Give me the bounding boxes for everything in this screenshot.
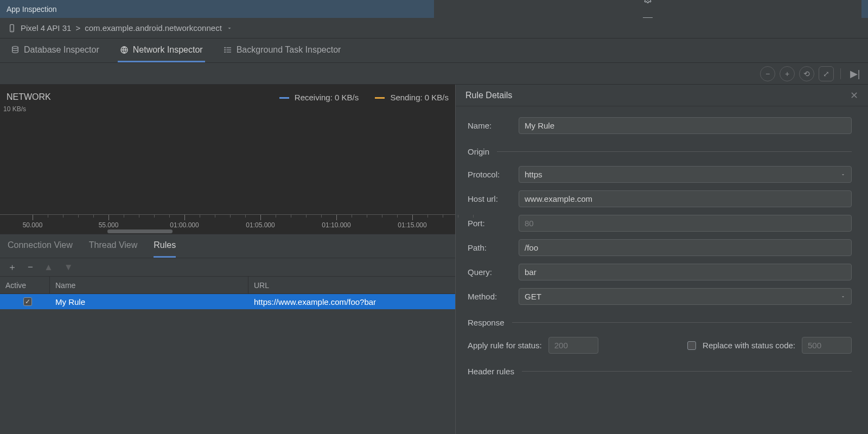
query-label: Query: (468, 267, 513, 277)
tab-network-label: Network Inspector (133, 45, 203, 55)
sending-swatch (375, 97, 385, 99)
panel-title: App Inspection (7, 5, 434, 14)
origin-section: Origin (468, 147, 852, 156)
subtab-connection-view[interactable]: Connection View (8, 234, 73, 258)
timeline-tick-label: 01:00.000 (170, 221, 199, 229)
move-down-button: ▼ (64, 262, 73, 273)
breadcrumb-separator: > (75, 23, 80, 33)
main-split: NETWORK Receiving: 0 KB/s Sending: 0 KB/… (0, 85, 868, 434)
host-label: Host url: (468, 194, 513, 203)
remove-rule-button[interactable]: − (28, 262, 33, 273)
live-jump-button[interactable]: ▶| (847, 66, 863, 81)
host-field[interactable]: www.example.com (519, 190, 852, 207)
legend-sending: Sending: 0 KB/s (375, 93, 449, 102)
name-label: Name: (468, 121, 513, 130)
breadcrumb-device: Pixel 4 API 31 (21, 23, 71, 33)
rules-table-header: Active Name URL (0, 277, 455, 294)
add-rule-button[interactable]: ＋ (8, 261, 17, 273)
port-field[interactable]: 80 (519, 215, 852, 232)
tab-network-inspector[interactable]: Network Inspector (118, 39, 205, 62)
toolbar-divider (840, 68, 841, 79)
svg-point-9 (225, 49, 225, 50)
path-label: Path: (468, 243, 513, 252)
panel-titlebar: App Inspection — (0, 0, 868, 18)
list-icon (224, 46, 232, 54)
apply-status-field[interactable]: 200 (548, 337, 598, 354)
timeline-tick-label: 55.000 (99, 221, 119, 229)
network-toolbar: − + ⟲ ⤢ ▶| (0, 63, 868, 85)
active-checkbox[interactable] (23, 297, 32, 306)
close-icon[interactable]: ✕ (850, 90, 858, 101)
timeline-tick-label: 50.000 (23, 221, 43, 229)
chevron-down-icon[interactable] (226, 25, 233, 31)
protocol-select[interactable]: https (519, 166, 852, 183)
query-field[interactable]: bar (519, 264, 852, 280)
header-active[interactable]: Active (0, 277, 50, 293)
network-chart-panel: NETWORK Receiving: 0 KB/s Sending: 0 KB/… (0, 85, 455, 234)
path-field[interactable]: /foo (519, 239, 852, 256)
tab-background-label: Background Task Inspector (237, 45, 341, 55)
apply-status-label: Apply rule for status: (468, 341, 542, 350)
replace-status-label: Replace with status code: (703, 341, 795, 350)
chevron-down-icon (840, 292, 846, 301)
timeline-tick-label: 01:05.000 (246, 221, 275, 229)
rules-table-body: My Rulehttps://www.example.com/foo?bar (0, 294, 455, 434)
device-icon (8, 24, 16, 33)
legend-sending-value: 0 KB/s (425, 93, 449, 102)
subtab-thread-view[interactable]: Thread View (89, 234, 138, 258)
database-icon (11, 46, 20, 54)
method-select[interactable]: GET (519, 288, 852, 305)
network-chart-title: NETWORK (7, 92, 279, 102)
rule-name-cell: My Rule (50, 297, 248, 307)
globe-icon (120, 46, 129, 54)
gear-icon[interactable] (643, 0, 652, 3)
port-label: Port: (468, 219, 513, 228)
tab-database-label: Database Inspector (24, 45, 99, 55)
rule-url-cell: https://www.example.com/foo?bar (248, 297, 455, 307)
protocol-label: Protocol: (468, 170, 513, 179)
legend-receiving-value: 0 KB/s (335, 93, 359, 102)
move-up-button: ▲ (44, 262, 53, 273)
tab-database-inspector[interactable]: Database Inspector (9, 39, 101, 62)
receiving-swatch (279, 97, 289, 99)
timeline-tick-label: 01:15.000 (398, 221, 426, 229)
rule-details-header: Rule Details ✕ (456, 85, 868, 106)
zoom-in-button[interactable]: + (780, 66, 795, 81)
table-row[interactable]: My Rulehttps://www.example.com/foo?bar (0, 294, 455, 309)
network-legend: Receiving: 0 KB/s Sending: 0 KB/s (279, 93, 449, 102)
inspector-tab-bar: Database Inspector Network Inspector Bac… (0, 39, 868, 63)
left-pane: NETWORK Receiving: 0 KB/s Sending: 0 KB/… (0, 85, 456, 434)
replace-checkbox[interactable] (687, 341, 696, 350)
response-section: Response (468, 318, 852, 327)
breadcrumb-app: com.example.android.networkconnect (85, 23, 222, 33)
tab-background-task-inspector[interactable]: Background Task Inspector (221, 39, 343, 62)
header-name[interactable]: Name (50, 277, 248, 293)
svg-point-8 (225, 47, 225, 48)
zoom-out-button[interactable]: − (760, 66, 775, 81)
reset-zoom-button[interactable]: ⟲ (799, 66, 814, 81)
network-chart-body[interactable] (0, 113, 455, 214)
rules-toolbar: ＋ − ▲ ▼ (0, 258, 455, 277)
svg-point-10 (225, 52, 225, 52)
zoom-selection-button[interactable]: ⤢ (819, 66, 834, 81)
replace-status-field[interactable]: 500 (802, 337, 852, 354)
header-rules-section: Header rules (468, 367, 852, 376)
chevron-down-icon (840, 170, 846, 179)
timeline-tick-label: 01:10.000 (322, 221, 350, 229)
rule-details-title: Rule Details (465, 91, 512, 100)
legend-receiving: Receiving: 0 KB/s (279, 93, 359, 102)
name-field[interactable]: My Rule (519, 117, 852, 134)
device-breadcrumb[interactable]: Pixel 4 API 31 > com.example.android.net… (0, 18, 868, 39)
network-timeline[interactable]: 50.00055.00001:00.00001:05.00001:10.0000… (0, 214, 455, 234)
legend-sending-label: Sending: (390, 93, 422, 102)
method-label: Method: (468, 292, 513, 301)
timeline-scroll-thumb[interactable] (107, 229, 173, 233)
rule-details-body: Name: My Rule Origin Protocol: https Hos… (456, 106, 868, 434)
network-y-label: 10 KB/s (0, 105, 455, 113)
svg-point-3 (12, 46, 18, 48)
rule-details-pane: Rule Details ✕ Name: My Rule Origin Prot… (456, 85, 868, 434)
subtab-rules[interactable]: Rules (154, 234, 176, 258)
network-subtabs: Connection View Thread View Rules (0, 234, 455, 258)
header-url[interactable]: URL (248, 277, 455, 293)
legend-receiving-label: Receiving: (295, 93, 333, 102)
